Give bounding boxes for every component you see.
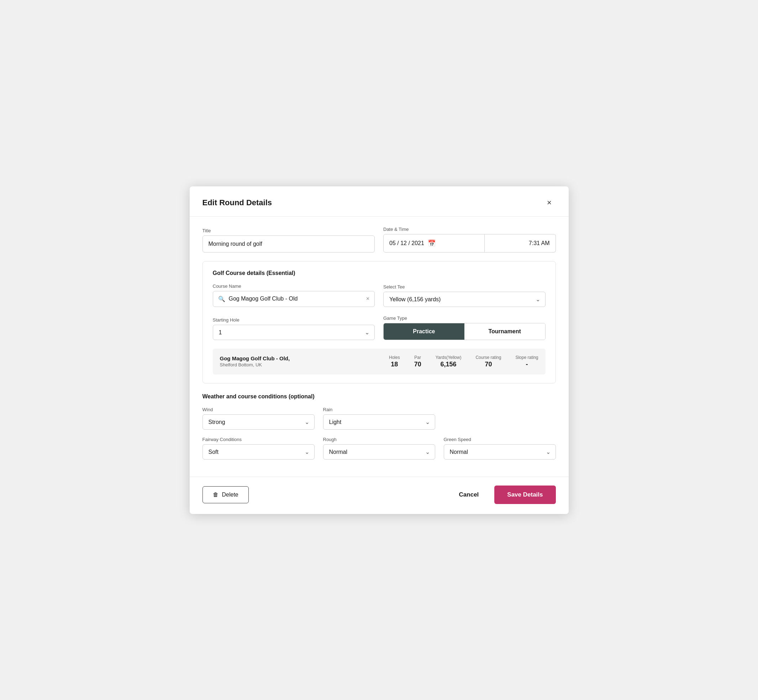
- title-label: Title: [202, 228, 375, 233]
- slope-rating-label: Slope rating: [515, 355, 538, 360]
- modal-footer: 🗑 Delete Cancel Save Details: [190, 477, 568, 514]
- wind-rain-row: Wind None Light Moderate Strong ⌄ Rain: [202, 407, 556, 430]
- delete-label: Delete: [222, 492, 238, 498]
- course-search-wrapper[interactable]: 🔍 ×: [213, 291, 375, 307]
- wind-dropdown[interactable]: None Light Moderate Strong: [208, 419, 309, 425]
- yards-value: 6,156: [440, 361, 457, 368]
- starting-hole-dropdown[interactable]: 1234 5678 910: [219, 330, 369, 336]
- rough-dropdown[interactable]: Soft Normal Hard: [329, 449, 429, 455]
- course-name-group: Course Name 🔍 ×: [213, 283, 375, 307]
- course-location: Shelford Bottom, UK: [220, 362, 375, 367]
- game-type-group: Game Type Practice Tournament: [383, 316, 545, 340]
- rain-label: Rain: [323, 407, 435, 412]
- tournament-button[interactable]: Tournament: [464, 323, 545, 340]
- yards-label: Yards(Yellow): [435, 355, 462, 360]
- trash-icon: 🗑: [213, 492, 219, 498]
- hole-gametype-row: Starting Hole 1234 5678 910 ⌄ Game Type …: [213, 316, 545, 340]
- fairway-dropdown[interactable]: Soft Normal Hard: [208, 449, 309, 455]
- fairway-label: Fairway Conditions: [202, 437, 315, 442]
- golf-course-section: Golf Course details (Essential) Course N…: [202, 261, 556, 383]
- search-icon: 🔍: [218, 295, 225, 302]
- time-input-wrapper[interactable]: 7:31 AM: [485, 234, 556, 253]
- modal-body: Title Date & Time 05 / 12 / 2021 📅 7:31 …: [190, 217, 568, 477]
- date-value: 05 / 12 / 2021: [389, 240, 424, 247]
- practice-button[interactable]: Practice: [384, 323, 464, 340]
- select-tee-dropdown[interactable]: Yellow (6,156 yards) White Red Blue: [389, 296, 539, 302]
- time-value: 7:31 AM: [529, 240, 550, 247]
- title-input[interactable]: [202, 236, 375, 253]
- wind-wrapper[interactable]: None Light Moderate Strong ⌄: [202, 414, 315, 430]
- title-field-group: Title: [202, 228, 375, 253]
- rough-label: Rough: [323, 437, 435, 442]
- rain-dropdown[interactable]: None Light Moderate Heavy: [329, 419, 429, 425]
- golf-course-section-title: Golf Course details (Essential): [213, 270, 545, 277]
- datetime-label: Date & Time: [383, 227, 556, 232]
- holes-label: Holes: [389, 355, 400, 360]
- green-speed-field: Green Speed Slow Normal Fast ⌄: [444, 437, 556, 459]
- close-button[interactable]: ×: [543, 196, 556, 209]
- rain-field: Rain None Light Moderate Heavy ⌄: [323, 407, 435, 430]
- holes-value: 18: [391, 361, 398, 368]
- edit-round-modal: Edit Round Details × Title Date & Time 0…: [190, 186, 568, 514]
- rough-field: Rough Soft Normal Hard ⌄: [323, 437, 435, 459]
- holes-stat: Holes 18: [389, 355, 400, 368]
- modal-header: Edit Round Details ×: [190, 186, 568, 217]
- starting-hole-group: Starting Hole 1234 5678 910 ⌄: [213, 317, 375, 340]
- datetime-field-group: Date & Time 05 / 12 / 2021 📅 7:31 AM: [383, 227, 556, 253]
- game-type-toggle: Practice Tournament: [383, 323, 545, 340]
- green-speed-wrapper[interactable]: Slow Normal Fast ⌄: [444, 444, 556, 459]
- course-name-label: Course Name: [213, 283, 375, 289]
- wind-label: Wind: [202, 407, 315, 412]
- save-button[interactable]: Save Details: [494, 486, 556, 504]
- select-tee-group: Select Tee Yellow (6,156 yards) White Re…: [383, 284, 545, 307]
- clear-icon[interactable]: ×: [366, 295, 370, 302]
- slope-rating-stat: Slope rating -: [515, 355, 538, 368]
- course-rating-value: 70: [485, 361, 492, 368]
- footer-right: Cancel Save Details: [452, 486, 556, 504]
- select-tee-wrapper[interactable]: Yellow (6,156 yards) White Red Blue ⌄: [383, 292, 545, 307]
- weather-section-title: Weather and course conditions (optional): [202, 394, 556, 400]
- starting-hole-wrapper[interactable]: 1234 5678 910 ⌄: [213, 325, 375, 340]
- select-tee-label: Select Tee: [383, 284, 545, 289]
- date-time-row: 05 / 12 / 2021 📅 7:31 AM: [383, 234, 556, 253]
- par-label: Par: [414, 355, 421, 360]
- date-input-wrapper[interactable]: 05 / 12 / 2021 📅: [383, 234, 485, 253]
- green-speed-dropdown[interactable]: Slow Normal Fast: [450, 449, 550, 455]
- course-rating-label: Course rating: [475, 355, 501, 360]
- par-stat: Par 70: [414, 355, 421, 368]
- delete-button[interactable]: 🗑 Delete: [202, 486, 249, 503]
- par-value: 70: [414, 361, 421, 368]
- modal-title: Edit Round Details: [202, 198, 272, 207]
- course-tee-row: Course Name 🔍 × Select Tee Yellow (6,156…: [213, 283, 545, 307]
- rough-wrapper[interactable]: Soft Normal Hard ⌄: [323, 444, 435, 459]
- game-type-label: Game Type: [383, 316, 545, 321]
- calendar-icon: 📅: [428, 239, 435, 247]
- yards-stat: Yards(Yellow) 6,156: [435, 355, 462, 368]
- title-datetime-row: Title Date & Time 05 / 12 / 2021 📅 7:31 …: [202, 227, 556, 253]
- fairway-rough-green-row: Fairway Conditions Soft Normal Hard ⌄ Ro…: [202, 437, 556, 459]
- slope-rating-value: -: [526, 361, 528, 368]
- course-search-input[interactable]: [229, 295, 363, 302]
- fairway-wrapper[interactable]: Soft Normal Hard ⌄: [202, 444, 315, 459]
- weather-section: Weather and course conditions (optional)…: [202, 394, 556, 459]
- cancel-button[interactable]: Cancel: [452, 486, 486, 503]
- course-bold-name: Gog Magog Golf Club - Old,: [220, 355, 375, 361]
- course-rating-stat: Course rating 70: [475, 355, 501, 368]
- course-info-name: Gog Magog Golf Club - Old, Shelford Bott…: [220, 355, 375, 367]
- rain-wrapper[interactable]: None Light Moderate Heavy ⌄: [323, 414, 435, 430]
- wind-field: Wind None Light Moderate Strong ⌄: [202, 407, 315, 430]
- fairway-field: Fairway Conditions Soft Normal Hard ⌄: [202, 437, 315, 459]
- green-speed-label: Green Speed: [444, 437, 556, 442]
- starting-hole-label: Starting Hole: [213, 317, 375, 323]
- course-info-row: Gog Magog Golf Club - Old, Shelford Bott…: [213, 348, 545, 375]
